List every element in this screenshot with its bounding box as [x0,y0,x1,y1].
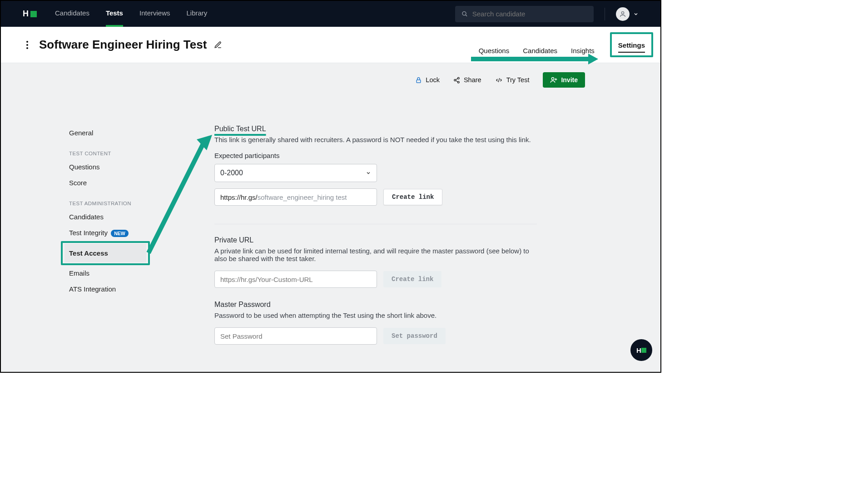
master-password-input[interactable] [214,327,377,345]
public-url-desc: This link is generally shared with recru… [214,136,537,143]
invite-label: Invite [561,76,578,84]
svg-rect-8 [417,79,421,82]
lock-action[interactable]: Lock [415,76,440,84]
new-badge: NEW [111,230,129,237]
public-url-row: https://hr.gs/software_engineer_hiring t… [214,188,537,206]
code-icon [495,77,503,84]
try-test-label: Try Test [506,76,530,84]
expected-participants-select[interactable]: 0-2000 [214,164,377,182]
svg-point-4 [26,44,28,46]
create-private-link-button: Create link [383,271,441,287]
svg-point-9 [457,77,459,79]
private-url-desc: A private link can be used for limited i… [214,247,532,262]
top-nav: H Candidates Tests Interviews Library [1,1,660,27]
logo-h-icon: H [23,9,29,19]
private-url-row: Create link [214,271,537,288]
edit-icon[interactable] [214,41,222,49]
svg-point-0 [462,12,466,15]
nav-library[interactable]: Library [187,1,208,27]
sidebar-general[interactable]: General [69,125,142,141]
svg-point-10 [454,79,456,81]
chevron-down-icon [633,11,639,17]
create-public-link-button[interactable]: Create link [383,189,442,205]
sidebar-questions[interactable]: Questions [69,159,142,175]
logo-square-icon [30,11,37,17]
expected-participants-label: Expected participants [214,152,537,159]
set-password-button: Set password [383,328,446,344]
kebab-menu-icon[interactable] [26,41,28,49]
share-icon [453,77,460,84]
svg-point-15 [552,78,554,80]
settings-sidebar: General TEST CONTENT Questions Score TES… [1,63,142,372]
public-url-title: Public Test URL [214,125,537,133]
svg-line-12 [456,79,457,80]
header-bar: Software Engineer Hiring Test Questions … [1,27,660,63]
tab-settings[interactable]: Settings [618,39,645,53]
sidebar-heading-content: TEST CONTENT [69,141,142,159]
lock-label: Lock [426,76,440,84]
nav-candidates[interactable]: Candidates [55,1,89,27]
annotation-testaccess-highlight: Test Access [61,241,150,265]
person-icon [619,10,626,18]
avatar [616,7,630,21]
invite-button[interactable]: Invite [543,72,585,88]
private-url-field[interactable] [220,276,371,283]
lock-icon [415,77,422,84]
settings-form: Public Test URL This link is generally s… [142,63,537,372]
page-title: Software Engineer Hiring Test [39,38,207,52]
search-input[interactable] [472,10,587,18]
sidebar-test-access[interactable]: Test Access [64,244,146,262]
sidebar-ats[interactable]: ATS Integration [69,281,142,297]
search-icon [461,10,468,17]
svg-point-3 [26,41,28,43]
master-password-title: Master Password [214,301,537,309]
logo[interactable]: H [23,9,37,19]
tab-questions[interactable]: Questions [479,44,510,57]
svg-line-1 [466,15,467,16]
action-row: Lock Share Try Test Invite [415,72,585,88]
svg-point-11 [457,81,459,83]
profile-menu[interactable] [616,7,639,21]
private-url-input[interactable] [214,271,377,288]
sidebar-integrity[interactable]: Test Integrity NEW [69,225,142,241]
private-url-title: Private URL [214,236,537,244]
sidebar-emails[interactable]: Emails [69,265,142,281]
tab-insights[interactable]: Insights [571,44,595,57]
sidebar-score[interactable]: Score [69,175,142,191]
svg-point-2 [621,11,624,14]
master-password-row: Set password [214,327,537,345]
master-password-field[interactable] [220,332,371,340]
person-plus-icon [550,76,557,84]
public-url-input[interactable]: https://hr.gs/software_engineer_hiring t… [214,188,377,206]
master-password-desc: Password to be used when attempting the … [214,311,537,319]
body-area: Lock Share Try Test Invite General TEST … [1,63,660,372]
nav-divider [605,8,605,20]
sidebar-heading-admin: TEST ADMINISTRATION [69,191,142,209]
logo-h-icon: H [636,346,641,354]
svg-line-13 [456,80,457,82]
tab-candidates[interactable]: Candidates [523,44,557,57]
annotation-settings-highlight: Settings [610,32,653,57]
svg-line-14 [498,78,500,82]
public-url-prefix: https://hr.gs/ [220,193,258,201]
public-url-suffix: software_engineer_hiring test [258,193,347,201]
share-action[interactable]: Share [453,76,481,84]
header-tabs: Questions Candidates Insights Settings [479,32,653,57]
nav-links: Candidates Tests Interviews Library [55,1,207,27]
share-label: Share [464,76,481,84]
try-test-action[interactable]: Try Test [495,76,530,84]
section-divider [214,224,537,224]
chevron-down-icon [366,170,371,176]
sidebar-candidates[interactable]: Candidates [69,209,142,225]
logo-square-icon [641,348,646,353]
nav-tests[interactable]: Tests [106,1,123,27]
svg-point-5 [26,47,28,49]
sidebar-integrity-label: Test Integrity [69,229,108,237]
nav-interviews[interactable]: Interviews [139,1,170,27]
search-box[interactable] [455,6,594,22]
expected-participants-value: 0-2000 [220,169,243,177]
help-fab[interactable]: H [630,339,652,361]
